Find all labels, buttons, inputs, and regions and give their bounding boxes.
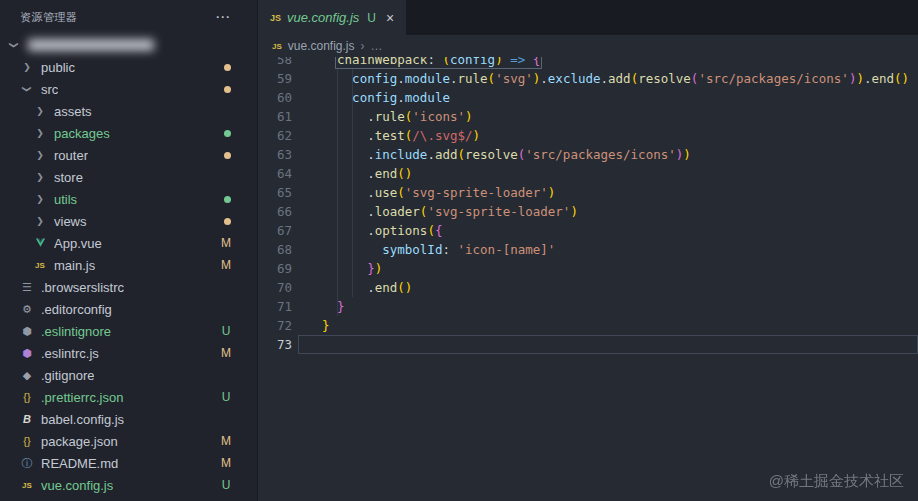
tree-item-app-vue[interactable]: App.vueM	[0, 232, 257, 254]
file-icon-gear: ⚙	[19, 303, 35, 316]
vscode-window: 资源管理器 ⋯ ❯ ❯public❯src❯assets❯packages❯ro…	[0, 0, 918, 501]
tree-item-packages[interactable]: ❯packages	[0, 122, 257, 144]
line-number[interactable]: 60	[258, 88, 298, 107]
more-actions-icon[interactable]: ⋯	[215, 8, 231, 26]
tab-filename: vue.config.js	[287, 10, 359, 25]
project-root-row[interactable]: ❯	[0, 34, 257, 56]
code-line-63[interactable]: 63 .include.add(resolve('src/packages/ic…	[258, 145, 918, 164]
chevron-right-icon: ›	[361, 39, 365, 53]
tree-item-babel-config-js[interactable]: Bbabel.config.js	[0, 408, 257, 430]
code-editor[interactable]: 58 chainWebpack: (config) => {59 config.…	[258, 57, 918, 501]
tree-item-store[interactable]: ❯store	[0, 166, 257, 188]
file-icon-list: ☰	[19, 281, 35, 294]
code-line-59[interactable]: 59 config.module.rule('svg').exclude.add…	[258, 69, 918, 88]
chevron-right-icon: ❯	[32, 128, 48, 138]
file-icon-info: ⓘ	[19, 456, 35, 471]
breadcrumb-filename[interactable]: vue.config.js	[288, 39, 355, 53]
git-status-badge: M	[221, 456, 231, 470]
code-line-content: .end()	[298, 164, 918, 183]
code-line-64[interactable]: 64 .end()	[258, 164, 918, 183]
line-number[interactable]: 73	[258, 335, 298, 354]
tree-item-main-js[interactable]: JSmain.jsM	[0, 254, 257, 276]
tree-item-views[interactable]: ❯views	[0, 210, 257, 232]
chevron-right-icon: ❯	[32, 216, 48, 226]
line-number[interactable]: 59	[258, 69, 298, 88]
code-line-71[interactable]: 71 }	[258, 297, 918, 316]
code-line-70[interactable]: 70 .end()	[258, 278, 918, 297]
tree-item-label: store	[54, 170, 83, 185]
git-status-badge: U	[221, 478, 231, 492]
code-line-62[interactable]: 62 .test(/\.svg$/)	[258, 126, 918, 145]
code-line-content: }	[298, 297, 918, 316]
file-tree: ❯public❯src❯assets❯packages❯router❯store…	[0, 56, 257, 496]
tree-item-label: utils	[54, 192, 77, 207]
tree-item-readme-md[interactable]: ⓘREADME.mdM	[0, 452, 257, 474]
breadcrumb[interactable]: JS vue.config.js › …	[258, 35, 918, 57]
code-line-content: .loader('svg-sprite-loader')	[298, 202, 918, 221]
line-number[interactable]: 64	[258, 164, 298, 183]
code-line-61[interactable]: 61 .rule('icons')	[258, 107, 918, 126]
tab-vue-config-js[interactable]: JS vue.config.js U ×	[258, 0, 407, 35]
tree-item-public[interactable]: ❯public	[0, 56, 257, 78]
git-change-dot	[224, 218, 231, 225]
line-number[interactable]: 70	[258, 278, 298, 297]
editor-pane: JS vue.config.js U × JS vue.config.js › …	[258, 0, 918, 501]
tree-item-gitignore[interactable]: ◆.gitignore	[0, 364, 257, 386]
code-line-66[interactable]: 66 .loader('svg-sprite-loader')	[258, 202, 918, 221]
tree-item-label: main.js	[54, 258, 95, 273]
line-number[interactable]: 68	[258, 240, 298, 259]
watermark: @稀土掘金技术社区	[769, 472, 904, 491]
redacted-project-name	[28, 39, 154, 51]
breadcrumb-more[interactable]: …	[371, 39, 383, 53]
tree-item-eslintrc-js[interactable]: ⬢.eslintrc.jsM	[0, 342, 257, 364]
tree-item-package-json[interactable]: {}package.jsonM	[0, 430, 257, 452]
git-status-badge: M	[221, 236, 231, 250]
line-number[interactable]: 58	[258, 57, 298, 69]
file-icon-babel: B	[19, 413, 35, 425]
line-number[interactable]: 69	[258, 259, 298, 278]
git-status-badge: M	[221, 258, 231, 272]
tree-item-router[interactable]: ❯router	[0, 144, 257, 166]
code-line-73[interactable]: 73	[258, 335, 918, 354]
code-line-58[interactable]: 58 chainWebpack: (config) => {	[258, 57, 918, 69]
tree-item-src[interactable]: ❯src	[0, 78, 257, 100]
line-number[interactable]: 66	[258, 202, 298, 221]
code-line-content: .end()	[298, 278, 918, 297]
code-line-69[interactable]: 69 })	[258, 259, 918, 278]
tree-item-label: .gitignore	[41, 368, 94, 383]
tree-item-label: README.md	[41, 456, 118, 471]
code-line-68[interactable]: 68 symbolId: 'icon-[name]'	[258, 240, 918, 259]
code-line-67[interactable]: 67 .options({	[258, 221, 918, 240]
code-line-content: .test(/\.svg$/)	[298, 126, 918, 145]
tree-item-utils[interactable]: ❯utils	[0, 188, 257, 210]
line-number[interactable]: 72	[258, 316, 298, 335]
line-number[interactable]: 71	[258, 297, 298, 316]
tree-item-browserslistrc[interactable]: ☰.browserslistrc	[0, 276, 257, 298]
git-change-dot	[224, 152, 231, 159]
git-change-dot	[224, 130, 231, 137]
line-number[interactable]: 67	[258, 221, 298, 240]
code-line-72[interactable]: 72}	[258, 316, 918, 335]
file-icon-git: ◆	[19, 369, 35, 382]
tree-item-editorconfig[interactable]: ⚙.editorconfig	[0, 298, 257, 320]
line-number[interactable]: 63	[258, 145, 298, 164]
code-line-content: config.module	[298, 88, 918, 107]
code-line-content: }	[298, 316, 918, 335]
line-number[interactable]: 65	[258, 183, 298, 202]
code-line-content: symbolId: 'icon-[name]'	[298, 240, 918, 259]
tree-item-label: .browserslistrc	[41, 280, 124, 295]
close-icon[interactable]: ×	[386, 11, 394, 25]
code-line-65[interactable]: 65 .use('svg-sprite-loader')	[258, 183, 918, 202]
tree-item-label: .editorconfig	[41, 302, 112, 317]
line-number[interactable]: 61	[258, 107, 298, 126]
tree-item-eslintignore[interactable]: ⬢.eslintignoreU	[0, 320, 257, 342]
code-line-content: .rule('icons')	[298, 107, 918, 126]
line-number[interactable]: 62	[258, 126, 298, 145]
tree-item-vue-config-js[interactable]: JSvue.config.jsU	[0, 474, 257, 496]
tree-item-prettierrc-json[interactable]: {}.prettierrc.jsonU	[0, 386, 257, 408]
code-line-60[interactable]: 60 config.module	[258, 88, 918, 107]
tab-bar: JS vue.config.js U ×	[258, 0, 918, 35]
tree-item-label: package.json	[41, 434, 118, 449]
tree-item-assets[interactable]: ❯assets	[0, 100, 257, 122]
code-line-content: })	[298, 259, 918, 278]
